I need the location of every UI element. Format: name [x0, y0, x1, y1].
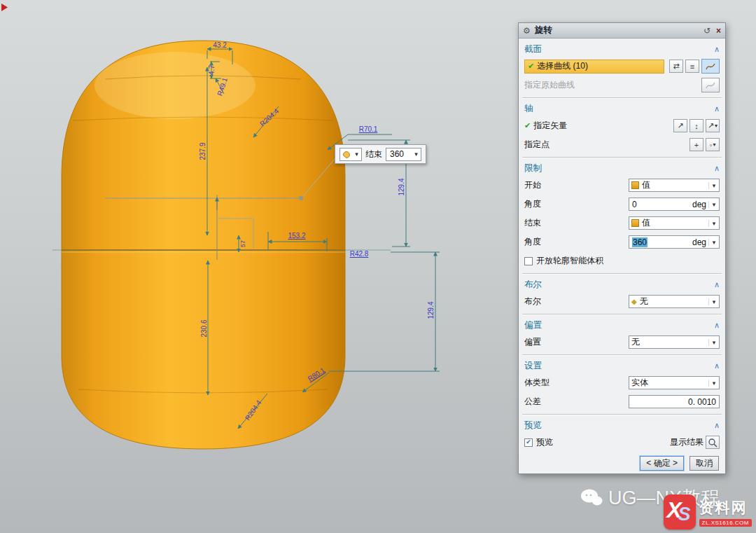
section-divider	[522, 157, 722, 158]
section-header-axis[interactable]: 轴 ∧	[522, 100, 722, 116]
preview-label: 预览	[536, 436, 553, 448]
tolerance-field[interactable]: 0. 0010	[629, 395, 720, 408]
chevron-down-icon: ▾	[708, 339, 719, 346]
section-header-limits[interactable]: 限制 ∧	[522, 160, 722, 176]
chevron-up-icon[interactable]: ∧	[714, 280, 720, 289]
end-label: 结束	[524, 217, 541, 229]
chevron-up-icon[interactable]: ∧	[714, 421, 720, 430]
section-header-label: 设置	[524, 360, 542, 372]
section-divider	[522, 97, 722, 99]
xs-badge-icon: X S	[664, 494, 696, 529]
chevron-up-icon[interactable]: ∧	[714, 361, 720, 371]
select-curve-label: 选择曲线 (10)	[537, 60, 588, 72]
start-condition-combo[interactable]: 值 ▾	[629, 179, 720, 192]
end-angle-combo[interactable]: 360 ▾	[386, 148, 421, 161]
reset-icon[interactable]: ↺	[704, 27, 710, 35]
origin-curve-label: 指定原始曲线	[524, 79, 575, 91]
chevron-up-icon[interactable]: ∧	[714, 164, 720, 173]
section-header-label: 轴	[524, 103, 533, 115]
gear-icon: ⚙	[523, 27, 531, 35]
section-header-section[interactable]: 截面 ∧	[522, 41, 722, 57]
boolean-combo[interactable]: ◆ 无 ▾	[629, 295, 720, 308]
floating-limit-toolbar: ▾ 结束 360 ▾	[335, 144, 426, 164]
site-name: 资料网	[699, 498, 748, 518]
end-angle-field[interactable]: 360 deg ▾	[629, 235, 720, 249]
open-profile-row: 开放轮廓智能体积	[522, 251, 722, 270]
dialog-titlebar[interactable]: ⚙ 旋转 ↺ ×	[519, 23, 725, 39]
chevron-down-icon: ▾	[713, 141, 715, 148]
point-dialog-button[interactable]: +	[690, 138, 704, 151]
start-angle-row: 角度 0 deg ▾	[522, 195, 722, 214]
body-type-label: 体类型	[524, 377, 550, 389]
dimension-label: 230.6	[201, 319, 208, 337]
section-header-label: 偏置	[524, 319, 542, 331]
show-result-button[interactable]	[706, 436, 720, 449]
preview-checkbox[interactable]: ✔	[524, 438, 533, 447]
section-header-preview[interactable]: 预览 ∧	[522, 417, 722, 433]
dimension-label: 129.4	[428, 301, 435, 319]
chevron-up-icon[interactable]: ∧	[714, 45, 720, 54]
start-angle-label: 角度	[524, 198, 541, 210]
open-profile-checkbox[interactable]	[524, 257, 533, 265]
dimension-label: 237.9	[200, 142, 206, 160]
limit-value-icon	[342, 150, 351, 159]
origin-curve-row: 指定原始曲线	[522, 76, 722, 95]
select-curve-field[interactable]: ✔ 选择曲线 (10)	[524, 60, 664, 74]
section-header-settings[interactable]: 设置 ∧	[522, 357, 722, 373]
chevron-down-icon: ▾	[708, 182, 719, 189]
cancel-button[interactable]: 取消	[690, 456, 719, 471]
end-condition-dropdown[interactable]: ▾	[340, 148, 362, 161]
tolerance-row: 公差 0. 0010	[522, 392, 722, 411]
section-header-offset[interactable]: 偏置 ∧	[522, 317, 722, 333]
dimension-label: R42.8	[350, 251, 369, 258]
chevron-down-icon: ▾	[708, 220, 719, 227]
chevron-up-icon[interactable]: ∧	[714, 321, 720, 330]
vector-dialog-button[interactable]: ↗	[673, 119, 687, 132]
section-divider	[522, 414, 722, 415]
chevron-down-icon: ▾	[708, 380, 719, 387]
specify-point-row: 指定点 + ◦▾	[522, 135, 722, 154]
curve-icon	[705, 62, 716, 71]
chevron-down-icon: ▾	[412, 151, 421, 158]
ok-button[interactable]: < 确定 >	[640, 456, 684, 471]
chat-bubbles-icon	[580, 489, 603, 507]
body-type-combo[interactable]: 实体 ▾	[629, 376, 720, 389]
check-icon: ✔	[528, 62, 534, 71]
section-divider	[522, 273, 722, 275]
dialog-title: 旋转	[535, 25, 552, 36]
value-option-icon	[631, 181, 639, 189]
dimension-label: 153.2	[288, 233, 305, 240]
point-type-dropdown[interactable]: ◦▾	[706, 138, 720, 151]
tolerance-label: 公差	[524, 396, 541, 408]
vector-type-dropdown[interactable]: ↗▾	[706, 119, 720, 132]
swap-selection-button[interactable]: ⇄	[669, 60, 683, 73]
selection-list-button[interactable]: ≡	[685, 60, 699, 73]
chevron-up-icon[interactable]: ∧	[714, 104, 720, 113]
specify-point-label: 指定点	[524, 139, 550, 151]
dialog-buttons: < 确定 > 取消	[522, 452, 722, 472]
offset-combo[interactable]: 无 ▾	[629, 335, 720, 349]
curve-rule-button[interactable]	[701, 59, 720, 74]
offset-label: 偏置	[524, 336, 541, 348]
start-angle-field[interactable]: 0 deg ▾	[629, 198, 720, 211]
boolean-label: 布尔	[524, 296, 541, 307]
dimension-label: 129.4	[398, 178, 405, 195]
close-icon[interactable]: ×	[716, 27, 721, 35]
revolved-solid[interactable]	[62, 41, 345, 449]
section-divider	[522, 314, 722, 315]
chevron-down-icon: ▾	[708, 298, 719, 305]
nx-window: 43.2 4.7 R49.1 R204.4 R70.1 237.9 129.4 …	[0, 0, 756, 533]
origin-curve-button[interactable]	[701, 78, 720, 92]
section-header-label: 限制	[524, 162, 542, 174]
selected-text: 360	[632, 237, 648, 247]
section-divider	[522, 354, 722, 356]
site-logo: X S 资料网 ZL.XS1616.COM	[664, 494, 752, 529]
section-header-boolean[interactable]: 布尔 ∧	[522, 276, 722, 292]
end-angle-label: 角度	[524, 236, 541, 248]
reverse-direction-button[interactable]: ↕	[690, 119, 704, 132]
dimension-label: R70.1	[359, 126, 378, 133]
preview-row: ✔ 预览 显示结果	[522, 433, 722, 452]
value-option-icon	[631, 219, 639, 227]
dialog-body: 截面 ∧ ✔ 选择曲线 (10) ⇄ ≡ 指定原始曲线	[519, 39, 725, 476]
end-condition-combo[interactable]: 值 ▾	[629, 216, 720, 230]
